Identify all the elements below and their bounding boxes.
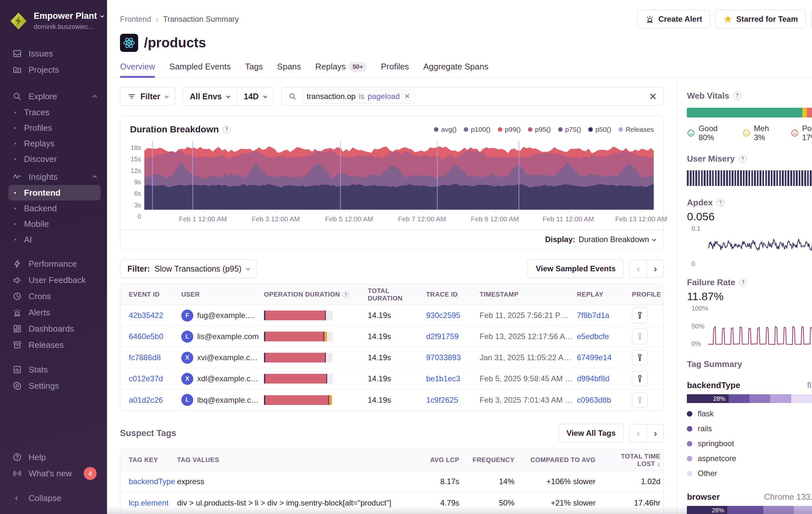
sidebar-item-performance[interactable]: Performance <box>8 256 100 272</box>
tab-replays[interactable]: Replays50+ <box>315 62 367 78</box>
sidebar-item-ai[interactable]: AI <box>8 232 100 247</box>
tab-tags[interactable]: Tags <box>245 62 263 78</box>
sidebar-group-insights[interactable]: Insights <box>8 169 100 185</box>
org-switcher[interactable]: Empower Plant dominik.buszowiec… <box>8 11 100 31</box>
col-frequency[interactable]: FREQUENCY <box>462 456 518 464</box>
sidebar-item-profiles[interactable]: Profiles <box>8 120 100 136</box>
tag-bar-segment[interactable] <box>770 394 791 403</box>
sidebar-item-settings[interactable]: Settings <box>8 378 100 394</box>
tag-distribution-bar[interactable]: 28% <box>687 394 812 403</box>
legend-item[interactable]: Releases <box>618 126 654 133</box>
tag-bar-segment[interactable] <box>791 394 812 403</box>
col-trace-id[interactable]: TRACE ID <box>424 291 477 298</box>
col-tag-values[interactable]: TAG VALUES <box>174 456 414 464</box>
sidebar-item-issues[interactable]: Issues <box>8 46 100 62</box>
col-replay[interactable]: REPLAY <box>574 291 630 298</box>
help-question-icon[interactable]: ? <box>739 279 747 287</box>
display-selector[interactable]: Display: Duration Breakdown <box>120 229 664 249</box>
sidebar-item-discover[interactable]: Discover <box>8 151 100 167</box>
legend-item[interactable]: p50() <box>588 126 611 133</box>
help-question-icon[interactable]: ? <box>343 291 349 298</box>
col-total-time-lost[interactable]: TOTAL TIME LOST ↓ <box>599 453 664 468</box>
event-id-link[interactable]: fc7886d8 <box>129 353 161 362</box>
prev-page-button[interactable]: ‹ <box>630 425 647 442</box>
event-id-link[interactable]: 42b35422 <box>129 311 164 320</box>
tag-bar-segment[interactable] <box>794 506 812 514</box>
search-input[interactable]: transaction.op is pageload ✕ ✕ <box>282 87 664 106</box>
help-question-icon[interactable]: ? <box>717 199 724 207</box>
help-question-icon[interactable]: ? <box>223 126 231 133</box>
legend-item[interactable]: avg() <box>434 126 457 133</box>
event-id-link[interactable]: a01d2c26 <box>129 396 163 405</box>
replay-link[interactable]: e5edbcfe <box>577 332 609 341</box>
replay-link[interactable]: 7f8b7d1a <box>577 311 609 320</box>
replay-link[interactable]: c0963d8b <box>577 396 611 405</box>
create-alert-button[interactable]: Create Alert <box>637 10 710 29</box>
sidebar-item-dashboards[interactable]: Dashboards <box>8 321 100 337</box>
transactions-filter-selector[interactable]: Filter: Slow Transactions (p95) <box>120 259 257 278</box>
starred-for-team-button[interactable]: ★ Starred for Team <box>715 10 806 29</box>
tag-bar-segment[interactable] <box>729 394 749 403</box>
sidebar-item-crons[interactable]: Crons <box>8 288 100 304</box>
profile-button[interactable] <box>632 371 647 386</box>
tag-bar-segment[interactable] <box>749 394 770 403</box>
col-event-id[interactable]: EVENT ID <box>120 291 179 298</box>
tag-key-link[interactable]: backendType <box>129 477 175 486</box>
view-sampled-events-button[interactable]: View Sampled Events <box>528 259 624 278</box>
sidebar-item-releases[interactable]: Releases <box>8 337 100 353</box>
tag-legend-item[interactable]: aspnetcore14% <box>687 451 812 466</box>
profile-button[interactable] <box>632 392 647 408</box>
tag-bar-segment[interactable]: 28% <box>687 394 728 403</box>
tab-sampled-events[interactable]: Sampled Events <box>169 62 231 78</box>
search-clear-icon[interactable]: ✕ <box>649 91 657 102</box>
next-page-button[interactable]: › <box>647 425 664 442</box>
sidebar-item-alerts[interactable]: Alerts <box>8 304 100 321</box>
sidebar-collapse-button[interactable]: Collapse <box>8 490 100 506</box>
next-page-button[interactable]: › <box>647 260 664 277</box>
col-tag-key[interactable]: TAG KEY <box>120 456 174 464</box>
search-token[interactable]: transaction.op is pageload ✕ <box>302 89 415 104</box>
sidebar-item-help[interactable]: Help <box>8 449 100 465</box>
sidebar-item-user-feedback[interactable]: User Feedback <box>8 272 100 288</box>
environment-selector[interactable]: All Envs <box>182 87 236 105</box>
replay-link[interactable]: 67499e14 <box>577 353 612 362</box>
legend-item[interactable]: p100() <box>464 126 491 133</box>
tag-value-selector[interactable]: Chrome 133.0.0 <box>764 492 812 502</box>
help-question-icon[interactable]: ? <box>739 155 747 163</box>
replay-link[interactable]: d994bf8d <box>577 374 609 383</box>
trace-id-link[interactable]: 97033893 <box>426 353 461 362</box>
trace-id-link[interactable]: 1c9f2625 <box>426 396 458 405</box>
tag-legend-item[interactable]: Other27% <box>687 466 812 481</box>
tab-overview[interactable]: Overview <box>120 62 155 78</box>
trace-id-link[interactable]: d2f91759 <box>426 332 459 341</box>
tag-key-link[interactable]: lcp.element <box>129 498 169 508</box>
legend-item[interactable]: p75() <box>558 126 581 133</box>
filter-button[interactable]: Filter <box>120 87 175 106</box>
view-all-tags-button[interactable]: View All Tags <box>558 424 624 442</box>
sidebar-item-traces[interactable]: Traces <box>8 105 100 120</box>
tab-aggregate-spans[interactable]: Aggregate Spans <box>423 62 488 78</box>
col-profile[interactable]: PROFILE <box>630 291 664 298</box>
trace-id-link[interactable]: 930c2595 <box>426 311 460 320</box>
sidebar-item-stats[interactable]: Stats <box>8 361 100 378</box>
date-range-selector[interactable]: 14D <box>237 87 273 105</box>
legend-item[interactable]: p95() <box>528 126 551 133</box>
tag-bar-segment[interactable]: 28% <box>687 506 727 514</box>
tab-profiles[interactable]: Profiles <box>381 62 409 78</box>
duration-chart[interactable] <box>144 141 654 210</box>
col-user[interactable]: USER <box>179 291 261 298</box>
tag-legend-item[interactable]: rails14% <box>687 421 812 436</box>
profile-button[interactable] <box>632 350 647 366</box>
sidebar-group-explore[interactable]: Explore <box>8 88 100 105</box>
profile-button[interactable] <box>632 307 647 323</box>
col-operation-duration[interactable]: OPERATION DURATION? <box>261 291 365 298</box>
sidebar-item-frontend[interactable]: Frontend <box>8 185 100 200</box>
tag-bar-segment[interactable] <box>763 506 793 514</box>
tab-spans[interactable]: Spans <box>277 62 301 78</box>
token-remove-icon[interactable]: ✕ <box>403 92 410 101</box>
tag-value-selector[interactable]: flask <box>807 380 812 390</box>
col-timestamp[interactable]: TIMESTAMP <box>477 291 574 298</box>
prev-page-button[interactable]: ‹ <box>630 260 647 277</box>
col-avg-lcp[interactable]: AVG LCP <box>414 456 462 464</box>
col-compared-to-avg[interactable]: COMPARED TO AVG <box>518 456 599 464</box>
